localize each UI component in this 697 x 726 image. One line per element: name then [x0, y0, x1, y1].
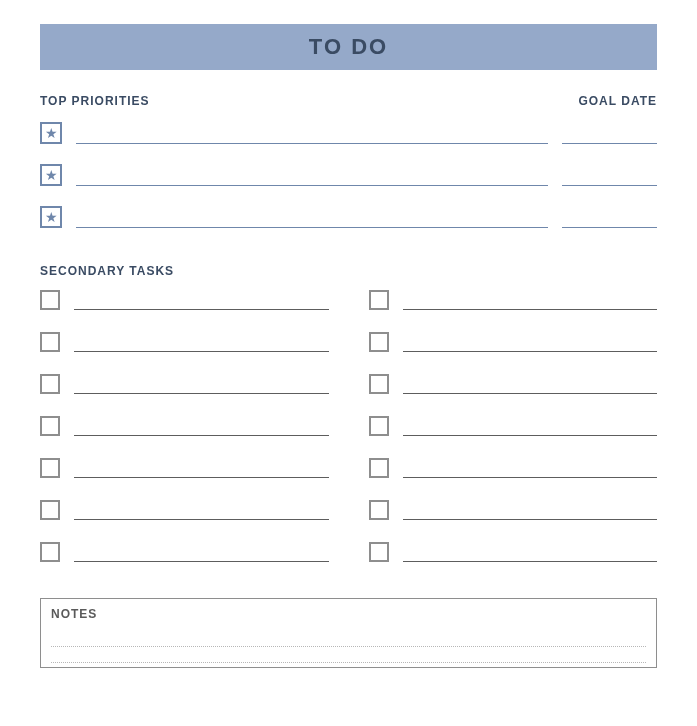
- priority-row: ★: [40, 164, 657, 186]
- task-input[interactable]: [403, 290, 658, 310]
- checkbox-icon[interactable]: [40, 374, 60, 394]
- checkbox-icon[interactable]: [40, 290, 60, 310]
- priority-list: ★ ★ ★: [40, 122, 657, 228]
- checkbox-icon[interactable]: [369, 374, 389, 394]
- task-row: [369, 458, 658, 478]
- secondary-tasks-grid: [40, 290, 657, 562]
- task-row: [369, 332, 658, 352]
- priority-row: ★: [40, 206, 657, 228]
- checkbox-icon[interactable]: [40, 542, 60, 562]
- secondary-tasks-label: SECONDARY TASKS: [40, 264, 657, 278]
- checkbox-icon[interactable]: [40, 332, 60, 352]
- checkbox-icon[interactable]: [369, 542, 389, 562]
- task-input[interactable]: [74, 332, 329, 352]
- checkbox-icon[interactable]: [369, 458, 389, 478]
- goal-date-label: GOAL DATE: [578, 94, 657, 108]
- notes-box: NOTES: [40, 598, 657, 668]
- task-input[interactable]: [74, 374, 329, 394]
- notes-line[interactable]: [51, 631, 646, 647]
- task-row: [369, 500, 658, 520]
- task-row: [40, 542, 329, 562]
- task-row: [40, 458, 329, 478]
- goal-date-input[interactable]: [562, 166, 657, 186]
- priority-input[interactable]: [76, 166, 548, 186]
- star-icon[interactable]: ★: [40, 206, 62, 228]
- page-title: TO DO: [40, 34, 657, 60]
- top-priorities-label: TOP PRIORITIES: [40, 94, 150, 108]
- priority-row: ★: [40, 122, 657, 144]
- task-row: [40, 500, 329, 520]
- checkbox-icon[interactable]: [40, 500, 60, 520]
- star-icon[interactable]: ★: [40, 164, 62, 186]
- checkbox-icon[interactable]: [40, 458, 60, 478]
- task-row: [369, 374, 658, 394]
- task-input[interactable]: [403, 458, 658, 478]
- task-row: [40, 416, 329, 436]
- task-input[interactable]: [403, 416, 658, 436]
- task-row: [369, 542, 658, 562]
- task-row: [40, 374, 329, 394]
- checkbox-icon[interactable]: [369, 416, 389, 436]
- title-bar: TO DO: [40, 24, 657, 70]
- task-input[interactable]: [74, 458, 329, 478]
- task-input[interactable]: [403, 332, 658, 352]
- task-input[interactable]: [74, 500, 329, 520]
- star-icon[interactable]: ★: [40, 122, 62, 144]
- task-input[interactable]: [74, 416, 329, 436]
- priority-input[interactable]: [76, 208, 548, 228]
- task-input[interactable]: [403, 374, 658, 394]
- task-row: [369, 416, 658, 436]
- goal-date-input[interactable]: [562, 124, 657, 144]
- goal-date-input[interactable]: [562, 208, 657, 228]
- task-input[interactable]: [74, 290, 329, 310]
- checkbox-icon[interactable]: [369, 290, 389, 310]
- task-input[interactable]: [403, 542, 658, 562]
- checkbox-icon[interactable]: [40, 416, 60, 436]
- task-input[interactable]: [403, 500, 658, 520]
- checkbox-icon[interactable]: [369, 500, 389, 520]
- priority-headers: TOP PRIORITIES GOAL DATE: [40, 94, 657, 108]
- notes-line[interactable]: [51, 647, 646, 663]
- task-row: [40, 290, 329, 310]
- priority-input[interactable]: [76, 124, 548, 144]
- task-row: [369, 290, 658, 310]
- task-input[interactable]: [74, 542, 329, 562]
- checkbox-icon[interactable]: [369, 332, 389, 352]
- task-row: [40, 332, 329, 352]
- notes-label: NOTES: [51, 607, 646, 621]
